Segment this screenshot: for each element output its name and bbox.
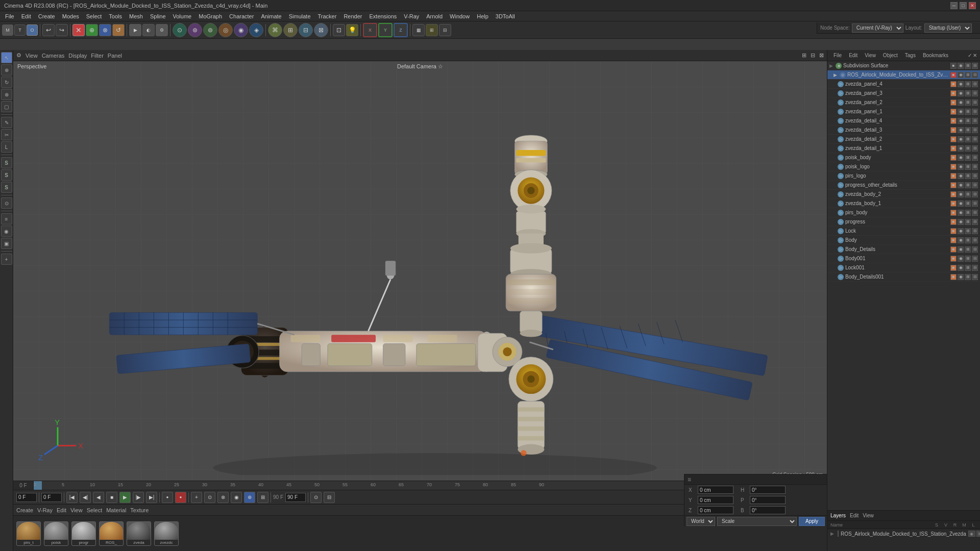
prev-frame-button[interactable]: ◀|: [80, 492, 91, 503]
move-tool-button[interactable]: ⊕: [86, 24, 98, 36]
plugin-6-button[interactable]: ◈: [249, 23, 263, 37]
mat-view-menu[interactable]: View: [70, 507, 83, 513]
plugin-3-button[interactable]: ⊚: [203, 23, 217, 37]
apply-button[interactable]: Apply: [799, 517, 825, 526]
material-progress[interactable]: progr: [71, 521, 96, 546]
window-controls[interactable]: ─ □ ✕: [950, 2, 976, 9]
tree-item-zvezda-detail-1[interactable]: ▷ zvezda_detail_1 ■◉⊞⊟: [827, 144, 980, 153]
snap-button[interactable]: ⊡: [333, 24, 345, 36]
iron-tool-button[interactable]: L: [1, 141, 12, 153]
z-pos-input[interactable]: [698, 506, 733, 514]
tree-item-zvezda-detail-4[interactable]: ▷ zvezda_detail_4 ■◉⊞⊟: [827, 116, 980, 126]
tree-item-body-details[interactable]: ▷ Body_Details ■◉⊞⊟: [827, 245, 980, 254]
tree-item-progress-other[interactable]: ▷ progress_other_details ■◉⊞⊟: [827, 181, 980, 190]
viewport-filter-menu[interactable]: Filter: [91, 53, 103, 59]
axis-x-button[interactable]: X: [363, 23, 377, 37]
menu-item-character[interactable]: Character: [226, 13, 257, 19]
tab-view[interactable]: View: [862, 51, 879, 60]
next-frame-button[interactable]: |▶: [133, 492, 144, 503]
frame-input-2[interactable]: [41, 493, 62, 502]
knife-tool-button[interactable]: ✂: [1, 129, 12, 140]
tree-item-pirs-logo[interactable]: ▷ pirs_logo ■◉⊞⊟: [827, 171, 980, 181]
layers-tab[interactable]: Layers: [830, 513, 846, 518]
tree-item-pirs-body[interactable]: ▷ pirs_body ■◉⊞⊟: [827, 208, 980, 217]
mat-texture-menu[interactable]: Texture: [130, 507, 149, 513]
rotate-tool-left-button[interactable]: ↻: [1, 77, 12, 88]
x-pos-input[interactable]: [698, 486, 733, 494]
plugin-4-button[interactable]: ◎: [218, 23, 233, 37]
material-pirs[interactable]: pirs_t: [16, 521, 41, 546]
record-button[interactable]: ●: [162, 492, 173, 503]
scale-tool-button[interactable]: ⊗: [99, 24, 111, 36]
menu-item-edit[interactable]: Edit: [18, 13, 34, 19]
tree-item-subdivision-surface[interactable]: ▶ ◈ Subdivision Surface ■ ◉ ⊞ ⊟: [827, 61, 980, 70]
play-button[interactable]: ▶: [119, 492, 131, 503]
node-space-dropdown[interactable]: Current (V-Ray): [852, 23, 903, 33]
tree-item-zvezda-body-1[interactable]: ▷ zvezda_body_1 ■◉⊞⊟: [827, 199, 980, 208]
layout-dropdown[interactable]: Startup (User): [924, 23, 972, 33]
select-tool-button[interactable]: ✕: [72, 24, 85, 36]
material-ros[interactable]: ROS_: [99, 521, 124, 546]
undo-button[interactable]: ↩: [42, 24, 55, 36]
viewport[interactable]: Perspective Default Camera ☆: [13, 61, 827, 481]
viewport-panel-menu[interactable]: Panel: [108, 53, 122, 59]
play-reverse-button[interactable]: ◀: [93, 492, 104, 503]
arrow-tool-button[interactable]: ↖: [1, 52, 12, 63]
viewport-settings-button[interactable]: ⊠: [819, 52, 824, 59]
menu-item-render[interactable]: Render: [340, 13, 365, 19]
menu-item-animate[interactable]: Animate: [258, 13, 284, 19]
mat-material-menu[interactable]: Material: [106, 507, 126, 513]
s-tool-2-button[interactable]: S: [1, 169, 12, 181]
redo-button[interactable]: ↪: [56, 24, 68, 36]
viewport-view-menu[interactable]: View: [26, 53, 38, 59]
record-active-button[interactable]: ●: [175, 492, 186, 503]
tab-edit[interactable]: Edit: [846, 51, 861, 60]
viewport-sync-button[interactable]: ⊟: [811, 52, 815, 59]
tree-item-body001[interactable]: ▷ Body001 ■◉⊞⊟: [827, 254, 980, 263]
pen-tool-button[interactable]: ✎: [1, 117, 12, 128]
tree-item-zvezda-detail-2[interactable]: ▷ zvezda_detail_2 ■◉⊞⊟: [827, 135, 980, 144]
render-settings-button[interactable]: ⚙: [156, 24, 168, 36]
scale-dropdown[interactable]: Scale: [717, 517, 797, 526]
viewport-maximize-button[interactable]: ⊞: [802, 52, 806, 59]
layer-render-icon[interactable]: ⊞: [976, 531, 980, 537]
menu-item-window[interactable]: Window: [447, 13, 473, 19]
tree-item-zvezda-panel-2[interactable]: ▷ zvezda_panel_2 ■◉⊞⊟: [827, 98, 980, 107]
menu-item-file[interactable]: File: [2, 13, 17, 19]
close-button[interactable]: ✕: [969, 2, 976, 9]
axis-z-button[interactable]: Z: [394, 23, 408, 37]
menu-item-modes[interactable]: Modes: [59, 13, 82, 19]
h-input[interactable]: [750, 486, 786, 494]
mat-vray-menu[interactable]: V-Ray: [37, 507, 53, 513]
viewport-menu-icon[interactable]: ⚙: [16, 52, 21, 59]
spline-2-button[interactable]: ⊞: [283, 23, 298, 37]
move-tool-left-button[interactable]: ⊕: [1, 64, 12, 76]
tree-item-zvezda-panel-4[interactable]: ▷ zvezda_panel_4 ■ ◉⊞⊟: [827, 80, 980, 89]
header-icon-2[interactable]: ✕: [973, 53, 977, 58]
magnet-tool-button[interactable]: ⊙: [1, 197, 12, 209]
viewport-display-menu[interactable]: Display: [68, 53, 87, 59]
model-mode-button[interactable]: M: [2, 24, 13, 36]
tree-item-ros-airlock[interactable]: ▶ ◎ ROS_Airlock_Module_Docked_to_ISS_Zve…: [827, 70, 980, 80]
tab-bookmarks[interactable]: Bookmarks: [920, 51, 951, 60]
plugin-1-button[interactable]: ⊙: [173, 23, 187, 37]
menu-item-select[interactable]: Select: [83, 13, 105, 19]
y-pos-input[interactable]: [698, 496, 733, 504]
material-zvezdc[interactable]: zvezdc: [154, 521, 179, 546]
tree-item-body-details001[interactable]: ▷ Body_Details001 ■◉⊞⊟: [827, 272, 980, 282]
tree-item-poisk-body[interactable]: ▷ poisk_body ■◉⊞⊟: [827, 153, 980, 162]
current-frame-input[interactable]: [16, 493, 37, 502]
tab-file[interactable]: File: [830, 51, 845, 60]
end-frame-input[interactable]: [285, 493, 306, 502]
loop-button[interactable]: ⊙: [204, 492, 215, 503]
layers-edit-tab[interactable]: Edit: [850, 513, 859, 518]
layer-eye-icon[interactable]: ◉: [968, 531, 975, 537]
menu-item-spline[interactable]: Spline: [147, 13, 169, 19]
viewport-cameras-menu[interactable]: Cameras: [42, 53, 65, 59]
b-input[interactable]: [750, 506, 786, 514]
stop-button[interactable]: ■: [106, 492, 117, 503]
add-tool-button[interactable]: +: [1, 254, 12, 265]
object-mode-button[interactable]: O: [27, 24, 38, 36]
tab-object[interactable]: Object: [880, 51, 901, 60]
scale-tool-left-button[interactable]: ⊗: [1, 89, 12, 100]
